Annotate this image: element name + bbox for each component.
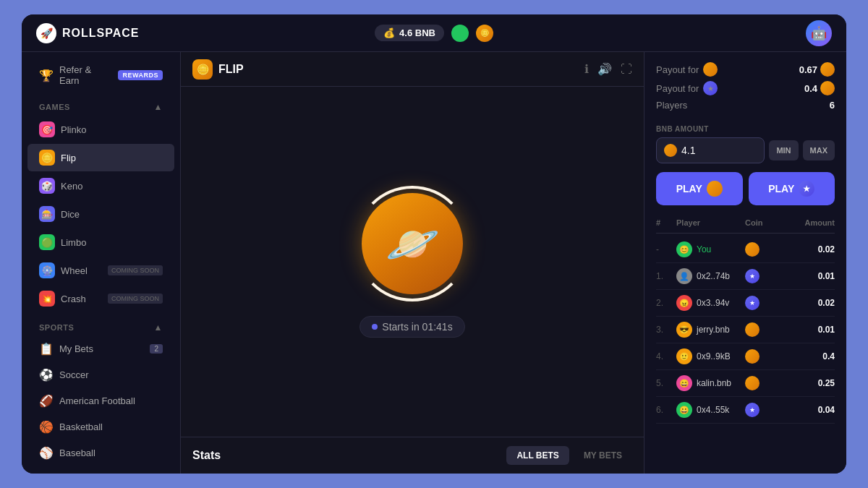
player-name-5: kalin.bnb [697, 378, 731, 388]
avatar[interactable]: 🤖 [806, 20, 832, 46]
payout-value-2: 0.4 [804, 81, 835, 95]
play-gold-button[interactable]: PLAY [656, 172, 743, 205]
mybets-count-badge: 2 [150, 344, 163, 354]
play-gold-label: PLAY [676, 183, 702, 194]
player-name-3: jerry.bnb [697, 325, 730, 335]
player-name-4: 0x9..9kB [697, 351, 731, 361]
sidebar-item-basketball[interactable]: 🏀 Basketball [27, 414, 174, 440]
my-bets-button[interactable]: MY BETS [574, 446, 632, 465]
game-canvas: 🪐 Starts in 01:41s [181, 87, 644, 437]
balance-value: 4.6 BNB [399, 27, 435, 38]
wheel-label: Wheel [61, 265, 88, 276]
table-row: 5. 😄 kalin.bnb 0.25 [656, 370, 835, 397]
coin-container: 🪐 [354, 186, 470, 301]
player-avatar-2: 😠 [676, 295, 692, 311]
balance-icon: 💰 [383, 27, 395, 38]
planet-icon: 🪐 [386, 218, 440, 270]
payout-section: Payout for 0.67 Payout for ★ 0.4 [644, 52, 846, 125]
dice-label: Dice [61, 209, 80, 220]
sidebar-item-limbo[interactable]: 🟢 Limbo [27, 228, 174, 256]
right-panel: Payout for 0.67 Payout for ★ 0.4 [644, 52, 846, 474]
sidebar-item-dice[interactable]: 🎰 Dice [27, 200, 174, 228]
sound-icon[interactable]: 🔊 [597, 62, 612, 76]
sidebar-item-crash[interactable]: 💥 Crash COMING SOON [27, 285, 174, 312]
play-silver-label: PLAY [768, 183, 794, 194]
baseball-icon: ⚾ [39, 446, 54, 460]
games-label: GAMES [39, 103, 70, 111]
expand-icon[interactable]: ⛶ [621, 63, 632, 76]
player-name-2: 0x3..94v [697, 298, 729, 308]
header-right: 🤖 [493, 20, 832, 46]
payout-coin-icon-1 [820, 62, 835, 77]
sports-section-header: SPORTS ▲ [27, 315, 174, 335]
table-row: - 😊 You 0.02 [656, 236, 835, 263]
green-dot-indicator[interactable] [451, 25, 469, 42]
bnb-amount-input[interactable]: 4.1 [681, 145, 757, 156]
flip-game-icon: 🪙 [192, 59, 213, 80]
logo-text: ROLLSPACE [62, 27, 139, 40]
player-avatar-3: 😎 [676, 322, 692, 338]
timer-dot [372, 324, 378, 330]
sidebar-item-plinko[interactable]: 🎯 Plinko [27, 116, 174, 143]
coin-cell-3 [745, 322, 788, 337]
players-table: # Player Coin Amount - 😊 You 0.02 [644, 215, 846, 474]
sidebar-item-soccer[interactable]: ⚽ Soccer [27, 362, 174, 388]
amount-4: 0.4 [791, 351, 835, 361]
wheel-icon: 🎡 [39, 262, 55, 278]
all-bets-button[interactable]: ALL BETS [506, 446, 569, 465]
coin-cell-4 [745, 349, 788, 364]
players-row: Players 6 [656, 100, 835, 111]
sidebar-item-american-football[interactable]: 🏈 American Football [27, 388, 174, 414]
coin-gold-you [745, 242, 760, 257]
row-num-4: 4. [656, 351, 673, 361]
crash-coming-soon: COMING SOON [108, 294, 163, 304]
mybets-label: My Bets [59, 343, 93, 354]
info-icon[interactable]: ℹ [584, 62, 589, 76]
header: 🚀 ROLLSPACE 💰 4.6 BNB 🪙 🤖 [22, 14, 846, 52]
sidebar-item-flip[interactable]: 🪙 Flip [27, 144, 174, 171]
rewards-badge: REWARDS [118, 70, 163, 80]
keno-label: Keno [61, 181, 82, 192]
sidebar-item-my-bets[interactable]: 📋 My Bets 2 [27, 336, 174, 361]
games-chevron-icon[interactable]: ▲ [154, 102, 163, 112]
sidebar-item-wheel[interactable]: 🎡 Wheel COMING SOON [27, 257, 174, 284]
play-buttons: PLAY PLAY ★ [644, 172, 846, 215]
table-row: 3. 😎 jerry.bnb 0.01 [656, 317, 835, 343]
sports-chevron-icon[interactable]: ▲ [154, 322, 163, 333]
sidebar-item-refer-earn[interactable]: 🏆 Refer & Earn REWARDS [27, 59, 174, 92]
payout-label-1: Payout for [656, 62, 718, 77]
payout-coin-icon-2 [820, 81, 835, 95]
limbo-label: Limbo [61, 237, 86, 248]
coin-cell-you [745, 242, 788, 257]
player-name-6: 0x4..55k [697, 405, 729, 415]
amount-3: 0.01 [791, 325, 835, 335]
payout-row-1: Payout for 0.67 [656, 62, 835, 77]
play-silver-coin-icon: ★ [799, 181, 814, 197]
baseball-label: Baseball [59, 448, 95, 458]
amount-5: 0.25 [791, 378, 835, 388]
min-button[interactable]: MIN [769, 140, 798, 160]
games-section-header: GAMES ▲ [27, 95, 174, 115]
table-row: 2. 😠 0x3..94v ★ 0.02 [656, 290, 835, 317]
payout-value-1: 0.67 [799, 62, 835, 77]
bnb-input-section: BNB AMOUNT 4.1 MIN MAX [644, 125, 846, 172]
coin-cell-6: ★ [745, 403, 788, 417]
max-button[interactable]: MAX [803, 140, 835, 160]
table-row: 4. 🙂 0x9..9kB 0.4 [656, 343, 835, 370]
row-num-6: 6. [656, 405, 673, 415]
row-num-3: 3. [656, 325, 673, 335]
flip-label: Flip [61, 153, 76, 163]
bnb-coin-icon [664, 144, 677, 157]
token-icon[interactable]: 🪙 [476, 25, 493, 42]
player-cell-2: 😠 0x3..94v [676, 295, 742, 311]
sports-label: SPORTS [39, 323, 74, 332]
soccer-icon: ⚽ [39, 368, 54, 382]
player-avatar-6: 😀 [676, 402, 692, 418]
play-silver-button[interactable]: PLAY ★ [749, 172, 835, 205]
player-cell-you: 😊 You [676, 241, 742, 257]
player-name-you: You [697, 244, 711, 254]
american-football-icon: 🏈 [39, 394, 54, 408]
sidebar-item-baseball[interactable]: ⚾ Baseball [27, 440, 174, 466]
sidebar-item-keno[interactable]: 🎲 Keno [27, 172, 174, 200]
th-amount: Amount [791, 218, 835, 227]
